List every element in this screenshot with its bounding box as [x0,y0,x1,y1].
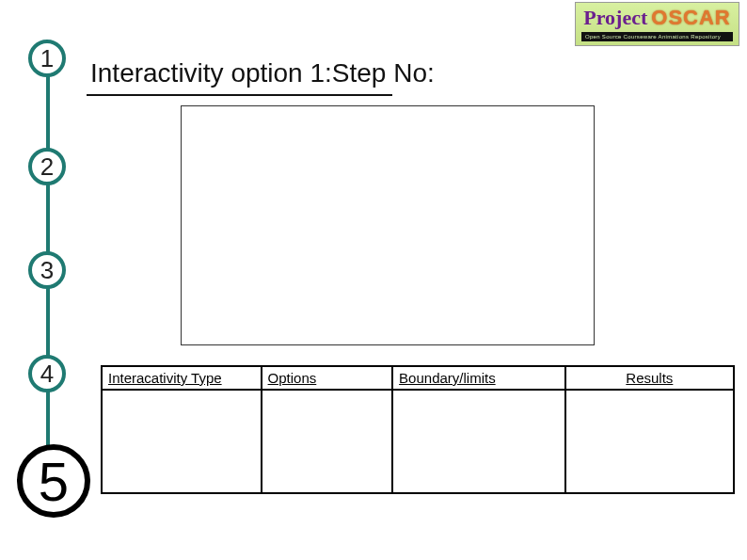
step-2: 2 [28,148,66,185]
content-placeholder-box [181,105,595,345]
logo-project-text: Project [583,6,647,30]
cell-boundary [392,390,565,493]
col-options: Options [262,366,393,390]
step-indicator: 1 2 3 4 5 [19,40,75,529]
interactivity-table: Interacativity Type Options Boundary/lim… [101,365,735,494]
page-title: Interactivity option 1:Step No: [90,58,435,88]
step-1: 1 [28,40,66,77]
logo-oscar-text: OSCAR [651,6,730,30]
logo-subtitle: Open Source Courseware Animations Reposi… [581,32,733,41]
title-underline [87,94,392,96]
col-interactivity-type: Interacativity Type [102,366,262,390]
step-5-current: 5 [17,444,90,518]
col-boundary: Boundary/limits [392,366,565,390]
col-results: Results [565,366,734,390]
slide: Project OSCAR Open Source Courseware Ani… [0,0,747,560]
logo-title-row: Project OSCAR [583,6,730,30]
project-oscar-logo: Project OSCAR Open Source Courseware Ani… [575,2,739,46]
table-header-row: Interacativity Type Options Boundary/lim… [102,366,734,390]
cell-options [262,390,393,493]
table-row [102,390,734,493]
step-3: 3 [28,251,66,289]
step-4: 4 [28,355,66,392]
cell-type [102,390,262,493]
cell-results [565,390,734,493]
